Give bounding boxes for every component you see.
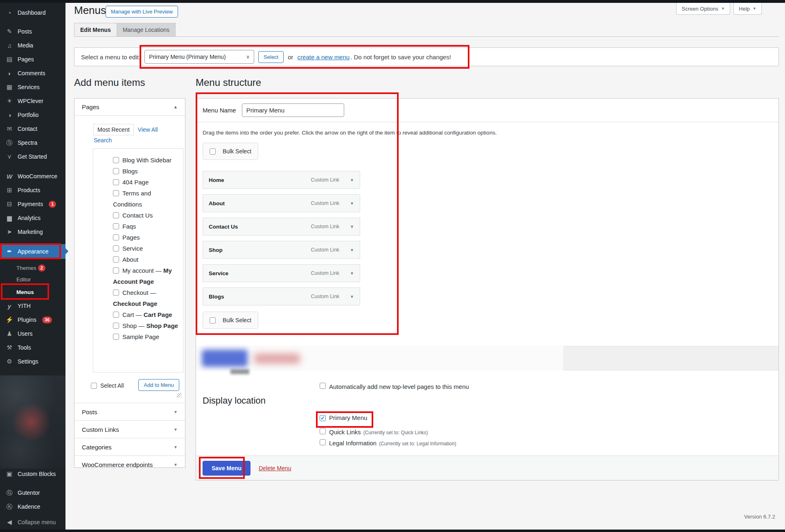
sidebar-item-appearance[interactable]: ✒ Appearance <box>0 244 65 259</box>
bulk-select-label: Bulk Select <box>223 148 251 155</box>
kadence-icon: Ⓚ <box>5 503 14 511</box>
menu-item-blogs[interactable]: BlogsCustom Link▼ <box>203 287 360 305</box>
sidebar-item-editor[interactable]: Editor <box>0 274 65 285</box>
sidebar-item-pages[interactable]: ▤Pages <box>0 52 65 66</box>
auto-add-checkbox[interactable] <box>320 383 326 389</box>
sidebar-item-spectra[interactable]: ⓈSpectra <box>0 136 65 150</box>
woocommerce-icon: W <box>5 173 14 180</box>
sidebar-item-label: Contact <box>18 126 37 132</box>
create-new-menu-link[interactable]: create a new menu <box>298 54 350 61</box>
sidebar-item-services[interactable]: ▦Services <box>0 80 65 94</box>
admin-top-bar <box>0 0 785 3</box>
sidebar-item-portfolio[interactable]: ◑Portfolio <box>0 108 65 122</box>
checkbox[interactable] <box>113 312 119 318</box>
tab-edit-menus[interactable]: Edit Menus <box>74 23 117 37</box>
checkbox[interactable] <box>113 245 119 251</box>
checkbox[interactable] <box>113 234 119 240</box>
select-button[interactable]: Select <box>258 51 284 63</box>
sidebar-item-comments[interactable]: ◗Comments <box>0 66 65 80</box>
sidebar-item-custom-blocks[interactable]: ▣Custom Blocks <box>0 467 65 481</box>
checkbox[interactable] <box>113 212 119 218</box>
sidebar-item-media[interactable]: ♫Media <box>0 38 65 52</box>
sidebar-item-dashboard[interactable]: ◔Dashboard <box>0 6 65 20</box>
tab-view-all[interactable]: View All <box>138 126 158 133</box>
sidebar-item-posts[interactable]: ✎Posts <box>0 25 65 38</box>
menu-item-shop[interactable]: ShopCustom Link▼ <box>203 241 360 259</box>
menu-select-dropdown[interactable]: Primary Menu (Primary Menu) ∨ <box>144 50 254 64</box>
accordion-woocommerce-endpoints[interactable]: WooCommerce endpoints▼ <box>74 456 185 473</box>
sidebar-item-users[interactable]: ♟Users <box>0 327 65 341</box>
chevron-down-icon[interactable]: ▼ <box>350 248 354 252</box>
select-menu-label: Select a menu to edit: <box>81 54 140 61</box>
sidebar-item-get-started[interactable]: ⋎Get Started <box>0 150 65 164</box>
sidebar-item-products[interactable]: ⊞Products <box>0 183 65 197</box>
sidebar-item-gutentor[interactable]: ⒼGutentor <box>0 486 65 500</box>
checkbox[interactable] <box>113 267 119 274</box>
manage-live-preview-button[interactable]: Manage with Live Preview <box>106 6 178 18</box>
primary-menu-checkbox[interactable]: ✓ <box>320 415 326 421</box>
tab-manage-locations[interactable]: Manage Locations <box>117 23 176 37</box>
accordion-posts[interactable]: Posts▼ <box>74 403 185 420</box>
tab-search[interactable]: Search <box>94 137 175 144</box>
sidebar-item-payments[interactable]: ⊟Payments1 <box>0 197 65 211</box>
sidebar-item-kadence[interactable]: ⓀKadence <box>0 500 65 514</box>
screen-options-button[interactable]: Screen Options ▼ <box>676 3 730 15</box>
accordion-label: WooCommerce endpoints <box>82 461 153 468</box>
page-label: Cart — <box>122 311 144 318</box>
menu-name-input[interactable] <box>242 103 344 117</box>
chevron-up-icon[interactable]: ▲ <box>174 105 178 109</box>
sidebar-item-label: Collapse menu <box>18 519 56 525</box>
sidebar-item-tools[interactable]: ⚒Tools <box>0 341 65 355</box>
accordion-custom-links[interactable]: Custom Links▼ <box>74 420 185 438</box>
resize-handle[interactable] <box>177 393 182 398</box>
bulk-select-checkbox[interactable] <box>210 148 216 155</box>
chevron-down-icon[interactable]: ▼ <box>350 224 354 229</box>
help-button[interactable]: Help ▼ <box>733 3 762 15</box>
sidebar-item-themes[interactable]: Themes2 <box>0 262 65 274</box>
checkbox[interactable] <box>113 223 119 229</box>
location-label: Quick Links <box>329 429 361 435</box>
checkbox[interactable] <box>113 190 119 196</box>
admin-sidebar: ◔Dashboard ✎Posts ♫Media ▤Pages ◗Comment… <box>0 0 65 532</box>
bulk-select-checkbox[interactable] <box>210 317 216 323</box>
select-all-checkbox[interactable] <box>91 383 97 389</box>
sidebar-item-contact[interactable]: ✉Contact <box>0 122 65 136</box>
sidebar-item-woocommerce[interactable]: WWooCommerce <box>0 169 65 183</box>
save-menu-button[interactable]: Save Menu <box>203 461 250 476</box>
sidebar-item-menus[interactable]: Menus <box>0 285 65 299</box>
menu-item-label: Shop <box>209 247 223 253</box>
pages-accordion-header[interactable]: Pages ▲ <box>74 99 185 116</box>
checkbox[interactable] <box>113 290 119 296</box>
legal-information-checkbox[interactable] <box>320 439 326 445</box>
checkbox[interactable] <box>113 256 119 263</box>
accordion-categories[interactable]: Categories▼ <box>74 438 185 456</box>
quick-links-checkbox[interactable] <box>320 428 326 434</box>
checklist-item: Sample Page <box>113 331 180 342</box>
sidebar-item-label: WPClever <box>18 98 43 104</box>
bottom-bar <box>0 530 785 532</box>
menu-item-about[interactable]: AboutCustom Link▼ <box>203 194 360 212</box>
menu-item-contact-us[interactable]: Contact UsCustom Link▼ <box>203 218 360 236</box>
chevron-down-icon[interactable]: ▼ <box>350 294 354 299</box>
menu-item-service[interactable]: ServiceCustom Link▼ <box>203 264 360 282</box>
menu-item-home[interactable]: HomeCustom Link▼ <box>203 171 360 189</box>
chevron-down-icon[interactable]: ▼ <box>350 201 354 206</box>
delete-menu-link[interactable]: Delete Menu <box>259 465 291 471</box>
sidebar-item-settings[interactable]: ⚙Settings <box>0 355 65 368</box>
sidebar-item-yith[interactable]: yYITH <box>0 299 65 313</box>
chevron-down-icon[interactable]: ▼ <box>350 271 354 276</box>
collapse-menu-button[interactable]: ◀Collapse menu <box>0 515 65 529</box>
sidebar-item-plugins[interactable]: ⚡Plugins36 <box>0 313 65 327</box>
checkbox[interactable] <box>113 179 119 185</box>
sidebar-item-analytics[interactable]: ▆Analytics <box>0 211 65 225</box>
tab-most-recent[interactable]: Most Recent <box>93 124 134 135</box>
chevron-down-icon[interactable]: ▼ <box>350 178 354 182</box>
checkbox[interactable] <box>113 168 119 174</box>
checkbox[interactable] <box>113 323 119 329</box>
page-label: My account — <box>122 267 163 274</box>
checkbox[interactable] <box>113 334 119 340</box>
checkbox[interactable] <box>113 157 119 163</box>
sidebar-item-marketing[interactable]: ➤Marketing <box>0 225 65 239</box>
add-to-menu-button[interactable]: Add to Menu <box>138 379 179 391</box>
sidebar-item-wpclever[interactable]: ☀WPClever <box>0 94 65 108</box>
